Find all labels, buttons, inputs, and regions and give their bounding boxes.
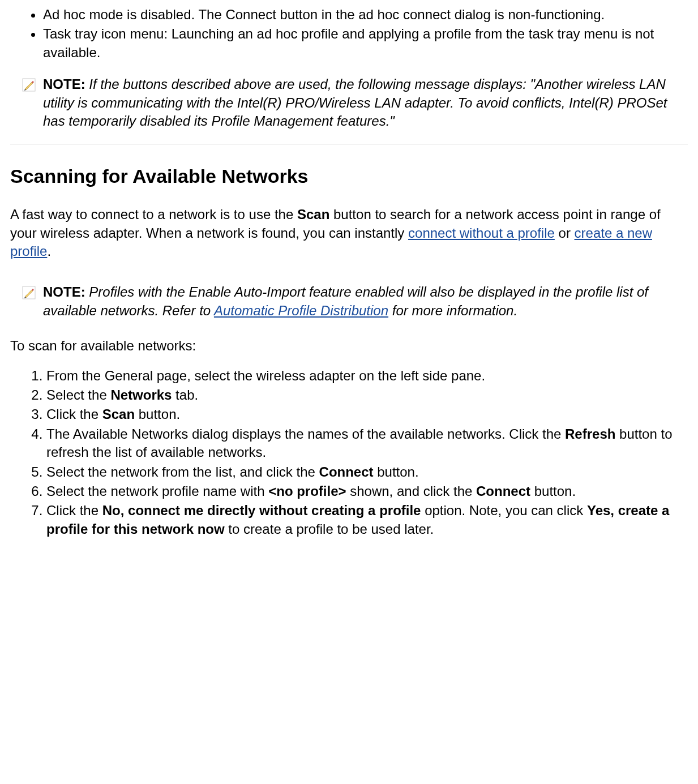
list-item: Ad hoc mode is disabled. The Connect but… (43, 6, 688, 24)
bold-scan: Scan (297, 207, 329, 222)
link-connect-without-profile[interactable]: connect without a profile (408, 225, 555, 241)
bold-connect: Connect (476, 483, 530, 499)
note-block-1: NOTE: If the buttons described above are… (10, 75, 688, 130)
bold-refresh: Refresh (565, 426, 615, 442)
bold-scan: Scan (102, 406, 135, 422)
note-body: NOTE: Profiles with the Enable Auto-Impo… (43, 283, 688, 320)
text-fragment: button. (374, 464, 419, 479)
note-body: NOTE: If the buttons described above are… (43, 75, 688, 130)
steps-list: From the General page, select the wirele… (10, 367, 688, 539)
text-fragment: Click the (46, 406, 102, 422)
bold-no-connect-directly: No, connect me directly without creating… (102, 503, 421, 518)
list-item: Click the Scan button. (46, 405, 688, 423)
note-pencil-icon (22, 78, 36, 92)
text-fragment: Select the network from the list, and cl… (46, 464, 319, 479)
text-fragment: shown, and click the (346, 483, 476, 499)
text-fragment: The Available Networks dialog displays t… (46, 426, 565, 442)
list-item: Select the network profile name with <no… (46, 482, 688, 500)
link-auto-profile-distribution[interactable]: Automatic Profile Distribution (214, 303, 388, 318)
bold-connect: Connect (319, 464, 374, 479)
section-divider (10, 144, 688, 144)
list-item: From the General page, select the wirele… (46, 367, 688, 385)
note-label: NOTE: (43, 76, 85, 92)
scan-lead: To scan for available networks: (10, 337, 688, 355)
note-text: If the buttons described above are used,… (43, 76, 667, 128)
text-fragment: . (47, 243, 51, 259)
text-fragment: Click the (46, 503, 102, 518)
note-block-2: NOTE: Profiles with the Enable Auto-Impo… (10, 283, 688, 320)
text-fragment: tab. (172, 387, 198, 402)
note-label: NOTE: (43, 284, 85, 299)
intro-paragraph: A fast way to connect to a network is to… (10, 205, 688, 260)
bold-networks: Networks (110, 387, 172, 402)
text-fragment: Select the (46, 387, 110, 402)
list-item: Task tray icon menu: Launching an ad hoc… (43, 25, 688, 62)
text-fragment: button. (530, 483, 576, 499)
list-item: Click the No, connect me directly withou… (46, 502, 688, 538)
bold-no-profile: <no profile> (268, 483, 346, 499)
text-fragment: for more information. (388, 303, 517, 318)
text-fragment: A fast way to connect to a network is to… (10, 207, 297, 222)
section-heading: Scanning for Available Networks (10, 164, 688, 190)
text-fragment: option. Note, you can click (421, 503, 586, 518)
note-pencil-icon (22, 285, 36, 300)
text-fragment: Select the network profile name with (46, 483, 268, 499)
text-fragment: or (555, 225, 575, 241)
text-fragment: to create a profile to be used later. (225, 521, 434, 537)
list-item: Select the Networks tab. (46, 386, 688, 404)
list-item: The Available Networks dialog displays t… (46, 425, 688, 462)
top-bullet-list: Ad hoc mode is disabled. The Connect but… (10, 6, 688, 62)
text-fragment: button. (135, 406, 180, 422)
note-text: Profiles with the Enable Auto-Import fea… (43, 284, 648, 318)
list-item: Select the network from the list, and cl… (46, 463, 688, 481)
